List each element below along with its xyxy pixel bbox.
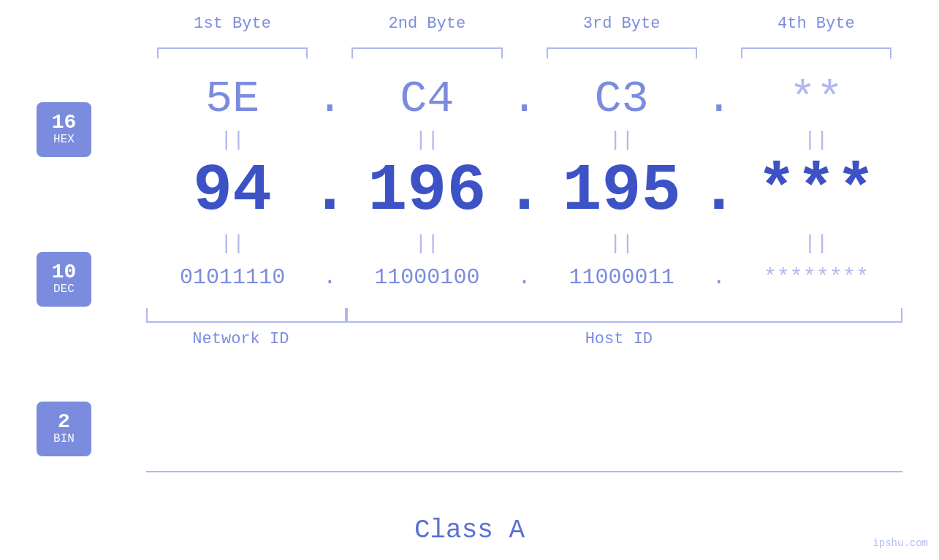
dec-badge: 10 DEC: [37, 252, 91, 307]
bin-dot1: .: [319, 265, 341, 290]
dec-byte1-cell: 94: [146, 154, 319, 229]
dec-byte4: ***: [757, 154, 875, 229]
bin-byte4-cell: ********: [730, 265, 902, 290]
eq3b: ||: [536, 232, 708, 255]
byte3-header: 3rd Byte: [536, 15, 708, 33]
eq1b: ||: [146, 232, 319, 255]
eq2: ||: [341, 129, 513, 151]
hex-badge: 16 HEX: [37, 102, 91, 157]
byte2-header: 2nd Byte: [341, 15, 513, 33]
class-label: Class A: [414, 515, 525, 545]
dec-byte1: 94: [193, 154, 272, 229]
bracket-top-2: [351, 47, 502, 58]
bin-byte1-cell: 01011110: [146, 265, 319, 290]
bracket-top-1: [157, 47, 308, 58]
hex-byte3: C3: [594, 73, 648, 125]
dec-num: 10: [52, 262, 77, 283]
bin-byte1: 01011110: [180, 265, 285, 290]
bottom-bracket-area: [146, 297, 902, 326]
bracket-cell-3: [536, 44, 708, 66]
hex-byte4: **: [789, 73, 843, 125]
hex-row: 5E . C4 . C3 . **: [146, 73, 902, 125]
network-id-label: Network ID: [146, 330, 335, 348]
network-id-bracket: [146, 308, 346, 323]
dec-dot2: .: [514, 154, 536, 229]
bytes-area: 5E . C4 . C3 . ** || || || ||: [146, 44, 902, 348]
host-id-label: Host ID: [335, 330, 902, 348]
base-labels-container: 16 HEX 10 DEC 2 BIN: [37, 102, 91, 456]
hex-byte3-cell: C3: [536, 73, 708, 125]
bracket-top-4: [741, 47, 892, 58]
byte1-header: 1st Byte: [146, 15, 319, 33]
bin-num: 2: [58, 412, 70, 432]
hex-byte1-cell: 5E: [146, 73, 319, 125]
bin-badge: 2 BIN: [37, 402, 91, 456]
bottom-big-bracket: [146, 471, 902, 472]
hex-byte2-cell: C4: [341, 73, 513, 125]
watermark: ipshu.com: [873, 537, 928, 549]
dec-row: 94 . 196 . 195 . ***: [146, 154, 902, 229]
bin-row: 01011110 . 11000100 . 11000011 . *******…: [146, 265, 902, 290]
dec-byte4-cell: ***: [730, 154, 902, 229]
header-labels: 1st Byte 2nd Byte 3rd Byte 4th Byte: [146, 15, 902, 33]
dec-dot1: .: [319, 154, 341, 229]
eq2b: ||: [341, 232, 513, 255]
eq1: ||: [146, 129, 319, 151]
eq4: ||: [730, 129, 902, 151]
hex-dot1: .: [319, 73, 341, 125]
dec-byte2: 196: [368, 154, 486, 229]
bracket-top-3: [547, 47, 697, 58]
dec-name: DEC: [53, 283, 75, 296]
eq3: ||: [536, 129, 708, 151]
bin-dot3: .: [708, 265, 730, 290]
top-bracket-row: [146, 44, 902, 66]
dec-byte3-cell: 195: [536, 154, 708, 229]
bin-byte2: 11000100: [374, 265, 479, 290]
hex-byte4-cell: **: [730, 73, 902, 125]
bin-byte3-cell: 11000011: [536, 265, 708, 290]
bracket-cell-1: [146, 44, 319, 66]
eq4b: ||: [730, 232, 902, 255]
labels-row: Network ID Host ID: [146, 330, 902, 348]
dec-byte2-cell: 196: [341, 154, 513, 229]
dec-dot3: .: [708, 154, 730, 229]
equals-row-2: || || || ||: [146, 229, 902, 258]
hex-name: HEX: [53, 133, 75, 147]
class-row: Class A: [0, 515, 939, 545]
dec-byte3: 195: [563, 154, 681, 229]
host-id-bracket: [346, 308, 902, 323]
bin-dot2: .: [514, 265, 536, 290]
bin-byte4: ********: [764, 265, 869, 290]
bin-byte2-cell: 11000100: [341, 265, 513, 290]
bin-name: BIN: [53, 432, 75, 446]
bracket-cell-2: [341, 44, 513, 66]
main-container: 1st Byte 2nd Byte 3rd Byte 4th Byte 16 H…: [0, 0, 939, 560]
hex-byte1: 5E: [205, 73, 259, 125]
bin-byte3: 11000011: [569, 265, 674, 290]
hex-dot2: .: [514, 73, 536, 125]
hex-num: 16: [52, 112, 77, 133]
hex-dot3: .: [708, 73, 730, 125]
byte4-header: 4th Byte: [730, 15, 902, 33]
equals-row-1: || || || ||: [146, 125, 902, 154]
bracket-cell-4: [730, 44, 902, 66]
hex-byte2: C4: [400, 73, 454, 125]
